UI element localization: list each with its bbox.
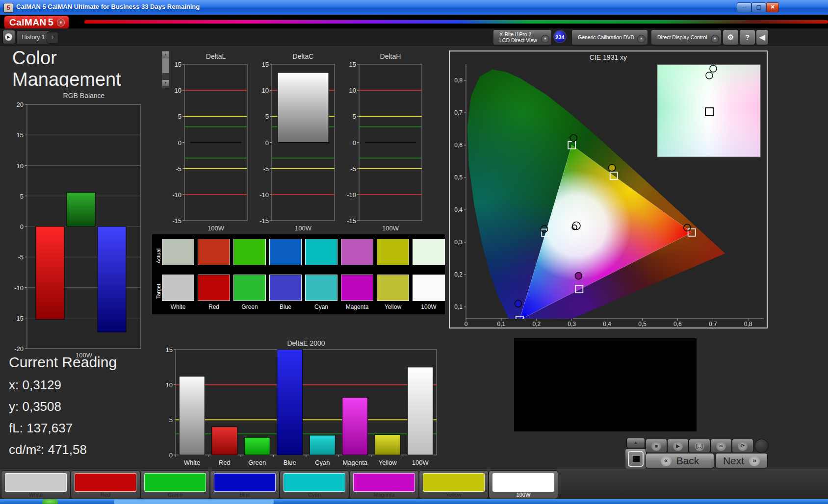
rgb-bar-green (67, 192, 95, 227)
pattern-label: Magenta (350, 492, 418, 498)
svg-text:100W: 100W (382, 225, 399, 232)
pattern-button-100w[interactable]: 100W (489, 470, 558, 499)
svg-text:20: 20 (17, 101, 24, 108)
pattern-button-white[interactable]: White (1, 470, 71, 499)
tab-scroll-button[interactable]: ▶ (2, 30, 15, 44)
tab-history-1[interactable]: History 1 (16, 30, 50, 44)
svg-text:0: 0 (353, 139, 356, 147)
target-swatch-white (162, 275, 194, 301)
svg-text:10: 10 (262, 87, 269, 94)
range-button[interactable]: [‥] (689, 439, 710, 453)
chevron-down-icon: ▼ (711, 35, 719, 43)
collapse-panel-button[interactable]: ◀ (756, 29, 769, 45)
pattern-button-blue[interactable]: Blue (210, 470, 280, 499)
display-control-dropdown[interactable]: Direct Display Control ▼ (651, 29, 722, 45)
svg-text:0,1: 0,1 (497, 321, 506, 328)
actual-swatch-yellow (377, 239, 409, 265)
stop-button[interactable]: ■ (646, 439, 667, 453)
swatch-column-label: Yellow (375, 303, 411, 310)
pattern-button-yellow[interactable]: Yellow (419, 470, 489, 499)
reading-x: x: 0,3129 (9, 378, 117, 393)
svg-text:0: 0 (169, 452, 173, 459)
pattern-swatch (5, 473, 67, 492)
target-swatch-100w (413, 275, 445, 301)
close-button[interactable]: ✕ (766, 2, 779, 12)
add-tab-button[interactable]: + (47, 32, 58, 44)
svg-text:5: 5 (20, 193, 24, 200)
svg-text:Blue: Blue (284, 459, 296, 466)
pattern-label: Red (71, 492, 140, 498)
play-button[interactable]: ▶ (667, 439, 689, 453)
pattern-button-green[interactable]: Green (140, 470, 210, 499)
start-orb-icon[interactable] (42, 499, 58, 504)
cie-1931-panel: CIE 1931 xy0,80,70,60,50,40,30,20,100,10… (449, 50, 768, 328)
rgb-bar-red (36, 227, 64, 319)
next-chevron-icon: » (749, 455, 760, 466)
meter-line1: X-Rite i1Pro 2 (499, 31, 531, 37)
svg-text:10: 10 (166, 381, 173, 389)
svg-text:-15: -15 (347, 217, 356, 225)
maximize-button[interactable]: ▢ (751, 2, 766, 12)
deltac-chart: DeltaC151050-5-10-15100W (254, 52, 341, 235)
swatch-column-label: White (160, 303, 196, 310)
back-button[interactable]: « Back (646, 453, 714, 468)
svg-text:DeltaE 2000: DeltaE 2000 (287, 340, 325, 347)
deltae-bar-red (212, 427, 237, 455)
svg-text:Green: Green (248, 459, 266, 466)
logo-text: CalMAN (9, 17, 47, 28)
pattern-selector-bar: WhiteRedGreenBlueCyanMagentaYellow100W (0, 469, 828, 500)
pattern-swatch (144, 473, 206, 492)
svg-text:5: 5 (353, 113, 356, 120)
pattern-swatch (284, 473, 345, 492)
minimize-button[interactable]: ─ (737, 2, 751, 12)
pattern-button-magenta[interactable]: Magenta (349, 470, 419, 499)
play-icon: ▶ (673, 441, 683, 451)
reading-cdm2: cd/m²: 471,58 (9, 442, 117, 457)
chevron-down-icon: ▼ (541, 35, 549, 43)
back-label: Back (676, 455, 699, 467)
swatch-comparison-grid: ActualTargetWhiteRedGreenBlueCyanMagenta… (152, 234, 445, 314)
svg-text:15: 15 (17, 131, 24, 139)
question-icon: ? (745, 33, 750, 41)
svg-text:0,2: 0,2 (454, 271, 463, 278)
up-arrow-icon: ▲ (634, 440, 638, 445)
calman-logo[interactable]: CalMAN5 ▼ (4, 16, 69, 29)
actual-swatch-blue (269, 239, 302, 265)
logo-menu-caret-icon[interactable]: ▼ (57, 19, 65, 26)
svg-text:0,8: 0,8 (454, 77, 463, 84)
swatch-column-label: Red (196, 303, 232, 310)
continuous-button[interactable]: ∞ (710, 439, 732, 453)
logo-bar: CalMAN5 ▼ (0, 15, 828, 28)
refresh-button[interactable]: ⟳ (732, 439, 753, 453)
target-swatch-green (233, 275, 266, 301)
target-swatch-yellow (377, 275, 409, 301)
pattern-window-button[interactable] (625, 449, 647, 469)
pattern-button-cyan[interactable]: Cyan (280, 470, 349, 499)
actual-swatch-green (233, 239, 266, 265)
app-icon: 5 (3, 3, 13, 13)
reading-y: y: 0,3508 (9, 399, 117, 414)
svg-text:0,1: 0,1 (454, 303, 463, 310)
logo-number: 5 (48, 17, 53, 28)
pattern-swatch (353, 473, 415, 492)
record-indicator (754, 439, 769, 453)
pattern-label: Yellow (419, 492, 488, 498)
pattern-label: White (1, 492, 70, 498)
taskbar-window-button[interactable] (114, 500, 274, 504)
expand-up-button[interactable]: ▲ (626, 438, 645, 448)
titlebar: 5 CalMAN 5 CalMAN Ultimate for Business … (0, 0, 828, 15)
svg-text:100W: 100W (412, 459, 429, 466)
help-button[interactable]: ? (739, 29, 755, 45)
actual-swatch-cyan (305, 239, 337, 265)
settings-button[interactable]: ⚙ (723, 29, 739, 45)
pattern-button-red[interactable]: Red (71, 470, 140, 499)
source-dropdown[interactable]: Generic Calibration DVD ▼ (571, 29, 648, 45)
next-button[interactable]: Next » (715, 453, 768, 468)
white-point-inset (657, 65, 760, 157)
target-swatch-magenta (341, 275, 373, 301)
meter-dropdown[interactable]: X-Rite i1Pro 2 LCD Direct View ▼ (493, 29, 552, 45)
svg-text:10: 10 (17, 162, 24, 170)
display-label: Direct Display Control (657, 34, 707, 40)
swatch-column-label: 100W (411, 303, 447, 310)
deltae-bar-green (244, 437, 270, 455)
